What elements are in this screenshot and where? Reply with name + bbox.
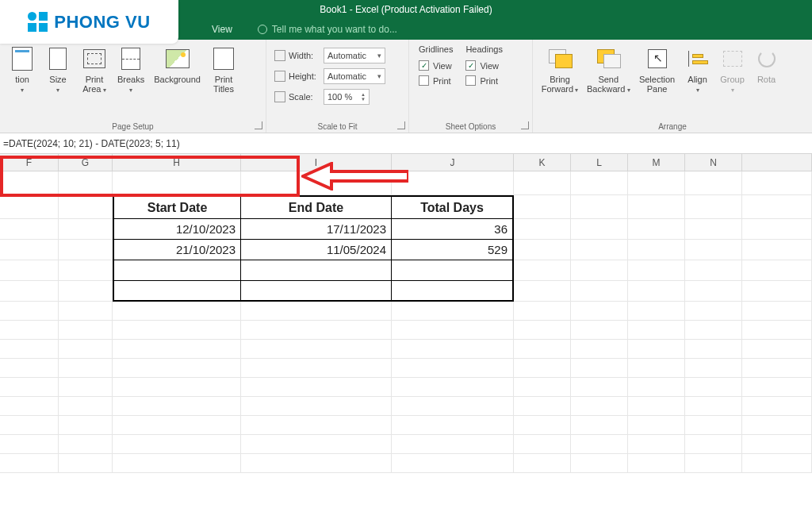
group-scale-to-fit: Width: Automatic Height: Automatic Scale… xyxy=(266,40,409,133)
selection-pane-button[interactable]: SelectionPane xyxy=(635,44,680,95)
rotate-icon xyxy=(758,50,776,67)
print-area-icon xyxy=(83,49,105,68)
group-label: Page Setup xyxy=(0,122,266,131)
bring-forward-button[interactable]: BringForward xyxy=(538,44,582,96)
table-header[interactable]: End Date xyxy=(241,195,392,219)
col-header[interactable]: G xyxy=(59,154,113,171)
annotation-arrow-icon xyxy=(301,162,408,190)
table-cell[interactable]: 36 xyxy=(392,219,514,240)
col-header[interactable]: H xyxy=(113,154,241,171)
size-icon xyxy=(49,48,67,70)
col-header[interactable]: K xyxy=(514,154,571,171)
rotate-button[interactable]: Rota xyxy=(751,44,783,86)
table-cell[interactable] xyxy=(113,260,241,281)
background-icon xyxy=(166,49,190,68)
spreadsheet-grid[interactable]: Start Date End Date Total Days 12/10/202… xyxy=(0,171,812,473)
bulb-icon xyxy=(258,25,267,34)
height-select[interactable]: Automatic xyxy=(324,68,385,84)
dialog-launcher-icon[interactable] xyxy=(255,121,262,129)
align-button[interactable]: Align xyxy=(681,44,714,96)
width-label: Width: xyxy=(289,51,313,60)
col-header[interactable]: L xyxy=(571,154,628,171)
print-titles-button[interactable]: PrintTitles xyxy=(207,44,240,95)
scale-spinner[interactable]: 100 %▲▼ xyxy=(324,89,370,105)
tell-me-search[interactable]: Tell me what you want to do... xyxy=(258,24,397,35)
breaks-icon xyxy=(121,48,140,70)
height-label: Height: xyxy=(289,71,316,81)
send-backward-icon xyxy=(597,49,619,68)
col-header[interactable] xyxy=(742,154,812,171)
width-select[interactable]: Automatic xyxy=(324,48,385,64)
tab-view[interactable]: View xyxy=(202,19,242,40)
ribbon: tion Size PrintArea Breaks Background Pr… xyxy=(0,40,812,133)
send-backward-button[interactable]: SendBackward xyxy=(584,44,634,96)
background-button[interactable]: Background xyxy=(151,44,204,86)
col-header[interactable]: N xyxy=(685,154,742,171)
table-cell[interactable]: 21/10/2023 xyxy=(113,240,241,260)
table-cell[interactable] xyxy=(392,281,514,302)
orientation-button[interactable]: tion xyxy=(6,44,38,96)
scale-icon xyxy=(274,91,285,102)
tell-me-placeholder: Tell me what you want to do... xyxy=(272,24,397,35)
print-titles-icon xyxy=(213,48,234,70)
group-label: Arrange xyxy=(533,122,812,131)
col-header[interactable]: F xyxy=(0,154,59,171)
page-icon xyxy=(12,47,33,71)
group-label: Sheet Options xyxy=(409,122,532,131)
selection-pane-icon xyxy=(648,49,667,68)
group-page-setup: tion Size PrintArea Breaks Background Pr… xyxy=(0,40,266,133)
table-cell[interactable]: 17/11/2023 xyxy=(241,219,392,240)
gridlines-view-checkbox[interactable]: ✓View xyxy=(419,60,453,71)
brand-logo: PHONG VU xyxy=(0,0,178,44)
group-button[interactable]: Group xyxy=(716,44,749,96)
table-cell[interactable] xyxy=(241,260,392,281)
table-header[interactable]: Start Date xyxy=(113,195,241,219)
bring-forward-icon xyxy=(549,49,571,68)
table-cell[interactable] xyxy=(241,281,392,302)
height-icon xyxy=(274,71,285,82)
group-icon xyxy=(723,51,742,67)
logo-icon xyxy=(28,12,48,32)
group-label: Scale to Fit xyxy=(266,122,408,131)
width-icon xyxy=(274,50,285,61)
group-arrange: BringForward SendBackward SelectionPane … xyxy=(533,40,812,133)
dialog-launcher-icon[interactable] xyxy=(397,121,405,129)
col-header[interactable]: J xyxy=(392,154,514,171)
scale-label: Scale: xyxy=(289,92,313,102)
table-cell[interactable]: 529 xyxy=(392,240,514,260)
print-area-button[interactable]: PrintArea xyxy=(78,44,111,96)
headings-print-checkbox[interactable]: Print xyxy=(465,75,502,86)
formula-text: =DATE(2024; 10; 21) - DATE(2023; 5; 11) xyxy=(3,138,180,149)
gridlines-label: Gridlines xyxy=(419,44,453,54)
logo-text: PHONG VU xyxy=(54,12,150,33)
table-cell[interactable] xyxy=(113,281,241,302)
dialog-launcher-icon[interactable] xyxy=(521,121,529,129)
headings-label: Headings xyxy=(465,44,502,54)
formula-bar[interactable]: =DATE(2024; 10; 21) - DATE(2023; 5; 11) xyxy=(0,133,812,154)
table-cell[interactable]: 11/05/2024 xyxy=(241,240,392,260)
headings-view-checkbox[interactable]: ✓View xyxy=(465,60,502,71)
window-title: Book1 - Excel (Product Activation Failed… xyxy=(320,4,492,15)
table-cell[interactable]: 12/10/2023 xyxy=(113,219,241,240)
col-header[interactable]: M xyxy=(628,154,685,171)
gridlines-print-checkbox[interactable]: Print xyxy=(419,75,453,86)
size-button[interactable]: Size xyxy=(41,44,75,96)
table-header[interactable]: Total Days xyxy=(392,195,514,219)
align-icon xyxy=(688,51,707,67)
breaks-button[interactable]: Breaks xyxy=(114,44,147,96)
group-sheet-options: Gridlines ✓View Print Headings ✓View Pri… xyxy=(409,40,533,133)
table-cell[interactable] xyxy=(392,260,514,281)
